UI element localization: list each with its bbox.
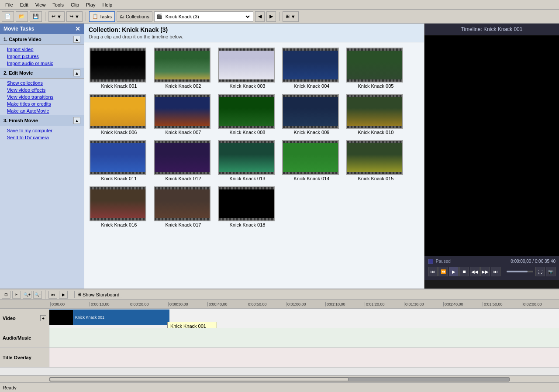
menu-edit[interactable]: Edit [17, 1, 32, 8]
title-track-content [49, 348, 559, 367]
new-icon: 📄 [5, 14, 11, 19]
menu-help[interactable]: Help [99, 1, 116, 8]
clip-item-013[interactable]: Knick Knack 013 [218, 140, 277, 181]
view-options-button[interactable]: ⊞▼ [283, 11, 299, 22]
tl-skip-start[interactable]: ⏮ [48, 291, 57, 299]
timeline-toolbar: ⊡ ✂ 🔍+ 🔍- ⏮ ▶ ⊞ Show Storyboard [0, 289, 559, 300]
import-pictures-link[interactable]: Import pictures [0, 53, 84, 60]
undo-icon: ↩ [52, 14, 55, 19]
clip-item-006[interactable]: Knick Knack 006 [90, 94, 148, 135]
view-effects-link[interactable]: View video effects [0, 86, 84, 93]
tl-zoom-fit[interactable]: ⊡ [2, 291, 10, 299]
clip-item-010[interactable]: Knick Knack 010 [346, 94, 405, 135]
ruler-mark-7: 0:01:10,00 [325, 302, 365, 306]
fullscreen-button[interactable]: ⛶ [535, 267, 545, 276]
tl-zoom-out[interactable]: 🔍- [33, 291, 42, 299]
timeline-scrollbar[interactable] [49, 377, 510, 382]
collection-select[interactable]: Knick Knack (3) [164, 14, 251, 20]
send-dv-link[interactable]: Send to DV camera [0, 134, 84, 141]
forward-button[interactable]: ▶ [266, 11, 276, 22]
finish-movie-section[interactable]: 3. Finish Movie ▲ [0, 115, 84, 126]
import-video-link[interactable]: Import video [0, 46, 84, 53]
clip-item-003[interactable]: Knick Knack 003 [218, 48, 277, 89]
clip-name-002: Knick Knack 002 [154, 83, 213, 89]
make-titles-link[interactable]: Make titles or credits [0, 100, 84, 107]
finish-toggle[interactable]: ▲ [73, 117, 80, 124]
view-transitions-link[interactable]: View video transitions [0, 93, 84, 100]
save-computer-link[interactable]: Save to my computer [0, 127, 84, 134]
stop-button[interactable]: ⏹ [459, 267, 469, 276]
play-button[interactable]: ▶ [449, 267, 459, 276]
tl-play[interactable]: ▶ [59, 291, 68, 299]
clip-item-009[interactable]: Knick Knack 009 [282, 94, 341, 135]
save-button[interactable]: 💾 [30, 11, 42, 22]
timeline-area: ⊡ ✂ 🔍+ 🔍- ⏮ ▶ ⊞ Show Storyboard 0:00.000… [0, 289, 559, 382]
collection-dropdown[interactable]: 🎬 Knick Knack (3) [154, 11, 253, 22]
open-button[interactable]: 📂 [16, 11, 28, 22]
tl-split[interactable]: ✂ [12, 291, 21, 299]
menu-view[interactable]: View [32, 1, 49, 8]
edit-movie-section[interactable]: 2. Edit Movie ▲ [0, 68, 84, 79]
clip-thumb-009 [282, 94, 339, 129]
clip-thumb-018 [218, 186, 275, 221]
view-icon: ⊞ [286, 14, 290, 19]
clip-item-014[interactable]: Knick Knack 014 [282, 140, 341, 181]
clip-item-016[interactable]: Knick Knack 016 [90, 186, 148, 227]
video-add-button[interactable]: + [40, 315, 46, 321]
back-button[interactable]: ◀ [255, 11, 265, 22]
clip-name-018: Knick Knack 018 [218, 222, 277, 227]
ruler-mark-5: 0:00:50,00 [247, 302, 286, 306]
clip-item-004[interactable]: Knick Knack 004 [282, 48, 341, 89]
snapshot-button[interactable]: 📷 [546, 267, 556, 276]
panel-close-button[interactable]: ✕ [75, 25, 80, 32]
clip-item-008[interactable]: Knick Knack 008 [218, 94, 277, 135]
clip-item-007[interactable]: Knick Knack 007 [154, 94, 213, 135]
skip-end-button[interactable]: ⏭ [491, 267, 500, 276]
preview-screen [424, 35, 559, 256]
preview-title: Timeline: Knick Knack 001 [424, 24, 559, 35]
clip-item-001[interactable]: Knick Knack 001 [90, 48, 148, 89]
clip-item-002[interactable]: Knick Knack 002 [154, 48, 213, 89]
menu-tools[interactable]: Tools [49, 1, 67, 8]
tasks-button[interactable]: 📋 Tasks [89, 11, 115, 22]
ruler-mark-11: 0:01:50,00 [483, 302, 522, 306]
video-clip-block[interactable]: Knick Knack 001 [49, 309, 169, 325]
scrollbar-thumb[interactable] [50, 378, 349, 381]
menu-file[interactable]: File [2, 1, 17, 8]
show-collections-link[interactable]: Show collections [0, 79, 84, 86]
volume-slider[interactable] [507, 271, 533, 272]
frame-forward-button[interactable]: ▶▶ [480, 267, 490, 276]
clip-item-011[interactable]: Knick Knack 011 [90, 140, 148, 181]
redo-button[interactable]: ↪▼ [66, 11, 83, 22]
auto-movie-link[interactable]: Make an AutoMovie [0, 107, 84, 114]
clip-item-005[interactable]: Knick Knack 005 [346, 48, 405, 89]
new-project-button[interactable]: 📄 [2, 11, 14, 22]
capture-video-section[interactable]: 1. Capture Video ▲ [0, 34, 84, 45]
frame-back-button[interactable]: ◀◀ [470, 267, 480, 276]
import-audio-link[interactable]: Import audio or music [0, 60, 84, 67]
save-icon: 💾 [33, 14, 39, 19]
tl-sep1 [45, 290, 45, 299]
ruler-mark-6: 0:01:00,00 [286, 302, 325, 306]
tl-zoom-in[interactable]: 🔍+ [23, 291, 31, 299]
collections-button[interactable]: 🗂 Collections [117, 11, 152, 22]
video-track-content: Knick Knack 001 Knick Knack 001 Duration… [49, 309, 559, 328]
clip-item-017[interactable]: Knick Knack 017 [154, 186, 213, 227]
video-track: Video + Knick Knack 001 Knick Knack 001 [0, 309, 559, 328]
clip-thumb-014 [282, 140, 339, 175]
tasks-icon: 📋 [92, 14, 98, 19]
ruler-mark-8: 0:01:20,00 [365, 302, 404, 306]
skip-start-button[interactable]: ⏮ [428, 267, 438, 276]
storyboard-toggle-button[interactable]: ⊞ Show Storyboard [74, 291, 122, 298]
clip-item-015[interactable]: Knick Knack 015 [346, 140, 405, 181]
capture-toggle[interactable]: ▲ [73, 36, 80, 43]
menu-play[interactable]: Play [83, 1, 99, 8]
preview-status: Paused 0:00:00,00 / 0:00:35,40 [426, 258, 557, 265]
undo-button[interactable]: ↩▼ [48, 11, 65, 22]
edit-toggle[interactable]: ▲ [73, 69, 80, 76]
clip-item-018[interactable]: Knick Knack 018 [218, 186, 277, 227]
clip-item-012[interactable]: Knick Knack 012 [154, 140, 213, 181]
menu-clip[interactable]: Clip [67, 1, 83, 8]
clip-thumb-017 [154, 186, 210, 221]
rewind-button[interactable]: ⏪ [438, 267, 448, 276]
